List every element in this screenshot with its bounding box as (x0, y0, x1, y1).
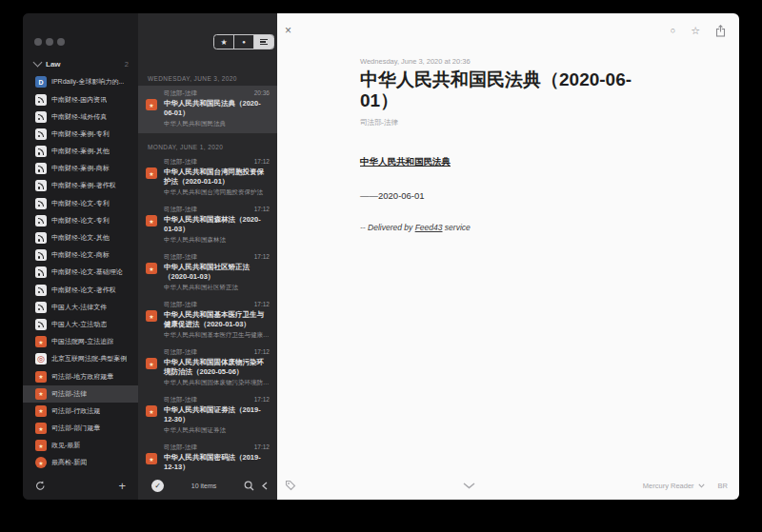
sidebar-feed-item[interactable]: 中南财经-论文-基础理论 (23, 264, 138, 281)
minimize-window-button[interactable] (46, 38, 53, 46)
feed-label: 北京互联网法院-典型案例 (51, 354, 127, 364)
feed-icon (146, 453, 157, 464)
sidebar-feed-item[interactable]: IPRdaily-全球影响力的... (23, 73, 138, 90)
feed-label: 中南财经-案例-商标 (51, 164, 110, 173)
scroll-down-button[interactable] (296, 483, 643, 489)
filter-unread-button[interactable]: ● (234, 35, 254, 49)
mark-unread-button[interactable]: ○ (671, 26, 675, 35)
article-list-item[interactable]: 司法部-法律 17:12 中华人民共和国台湾同胞投资保护法（2020-01-01… (138, 154, 277, 202)
article-feed-name: 司法部-法律 (164, 253, 197, 262)
filter-starred-button[interactable]: ★ (214, 35, 234, 49)
star-article-button[interactable]: ☆ (691, 25, 700, 37)
zoom-window-button[interactable] (57, 38, 65, 46)
sidebar-group-law[interactable]: Law 2 (23, 56, 138, 71)
feed-icon (35, 163, 47, 174)
article-time: 17:12 (254, 443, 270, 452)
feed-label: 中南财经-国内资讯 (51, 95, 107, 105)
feed-label: 中南财经-论文-专利 (51, 216, 110, 226)
sidebar-feed-item[interactable]: 中国人大-法律文件 (23, 299, 138, 316)
reader-toolbar: × ○ ☆ (277, 13, 739, 48)
article-title: 中华人民共和国台湾同胞投资保护法（2020-01-01） (164, 167, 270, 187)
sidebar-feed-item[interactable]: 中南财经-域外传真 (23, 108, 138, 126)
refresh-button[interactable] (35, 481, 46, 491)
article-feed-name: 司法部-法律 (360, 118, 701, 128)
filter-all-button[interactable] (254, 35, 273, 49)
sidebar-feed-item[interactable]: 中南财经-论文-著作权 (23, 282, 138, 299)
article-list-item[interactable]: 司法部-法律 17:12 中华人民共和国固体废物污染环境防治法（2020-05-… (138, 345, 277, 392)
article-list-item[interactable]: 司法部-法律 17:12 中华人民共和国基本医疗卫生与健康促进法（2020-01… (138, 297, 277, 345)
sidebar-feed-item[interactable]: 中南财经-论文-专利 (23, 195, 138, 212)
sidebar-feed-item[interactable]: 司法部-行政法规 (23, 403, 138, 420)
close-article-button[interactable]: × (285, 24, 291, 37)
body-line: ——2020-06-01 (360, 190, 642, 201)
feed-icon (35, 353, 47, 365)
feed-icon (35, 388, 47, 400)
article-list-item[interactable]: 司法部-法律 17:12 中华人民共和国密码法（2019-12-13） 中华人民… (138, 440, 277, 471)
feed-label: 中南财经-域外传真 (51, 112, 107, 122)
sidebar-feed-item[interactable]: 中南财经-案例-专利 (23, 126, 138, 143)
article-list-item[interactable]: 司法部-法律 17:12 中华人民共和国证券法（2019-12-30） 中华人民… (138, 392, 277, 440)
article-subtitle: 中华人民共和国固体废物污染环境防治法 (164, 379, 270, 387)
sidebar-feed-item[interactable]: 中南财经-案例-著作权 (23, 177, 138, 194)
feed-icon (35, 266, 47, 278)
sidebar-feed-item[interactable]: 北京互联网法院-典型案例 (23, 350, 138, 367)
sidebar-feed-item[interactable]: 中南财经-论文-商标 (23, 246, 138, 264)
reader-footer: Mercury Reader BR (277, 471, 739, 500)
sidebar-feed-item[interactable]: 最高检-新闻 (23, 454, 138, 471)
article-subtitle: 中华人民共和国台湾同胞投资保护法 (164, 188, 270, 197)
article-subtitle: 中华人民共和国基本医疗卫生与健康促进法 (164, 331, 270, 340)
list-icon (260, 39, 268, 46)
feed-icon (146, 405, 157, 417)
feed-icon (35, 94, 47, 106)
feed-label: 政见-最新 (51, 441, 80, 450)
group-label: Law (46, 60, 61, 69)
chevron-down-icon (698, 483, 705, 488)
sidebar-feed-item[interactable]: 中南财经-案例-其他 (23, 143, 138, 160)
tag-button[interactable] (285, 480, 296, 491)
sidebar: Law 2 IPRdaily-全球影响力的... 中南财经-国内资讯 中南财经-… (23, 13, 138, 500)
add-subscription-button[interactable]: + (118, 480, 126, 492)
sidebar-feed-item[interactable]: 中南财经-论文-专利 (23, 212, 138, 229)
sidebar-feed-item[interactable]: 司法部-部门规章 (23, 420, 138, 437)
article-time: 20:36 (254, 89, 270, 98)
feed-label: 中南财经-案例-其他 (51, 147, 110, 156)
sidebar-feed-item[interactable]: 中南财经-国内资讯 (23, 90, 138, 108)
collapse-pane-button[interactable] (262, 482, 268, 490)
list-header: ★ ● (138, 13, 277, 72)
sidebar-feed-item[interactable]: 中国人大-立法动态 (23, 316, 138, 333)
feed43-link[interactable]: Feed43 (415, 223, 443, 232)
mark-all-read-button[interactable]: ✓ (151, 480, 164, 492)
feed-icon (35, 336, 47, 347)
article-title: 中华人民共和国基本医疗卫生与健康促进法（2020-01-03） (164, 310, 270, 329)
items-count-label: 10 items (171, 483, 236, 489)
sidebar-feed-item[interactable]: 中南财经-案例-商标 (23, 160, 138, 177)
article-feed-name: 司法部-法律 (164, 158, 197, 167)
article-time: 17:12 (254, 301, 270, 309)
article-list-item[interactable]: 司法部-法律 17:12 中华人民共和国森林法（2020-01-03） 中华人民… (138, 202, 277, 249)
sidebar-feed-item[interactable]: 司法部-地方政府规章 (23, 367, 138, 384)
feed-icon (35, 285, 47, 296)
sidebar-feed-item[interactable]: 中南财经-论文-其他 (23, 229, 138, 246)
search-button[interactable] (244, 481, 254, 491)
feed-label: 中南财经-论文-其他 (51, 233, 110, 243)
sidebar-feed-item[interactable]: 政见-最新 (23, 437, 138, 454)
sidebar-feed-item[interactable]: 司法部-法律 (23, 385, 138, 403)
bionic-reading-toggle[interactable]: BR (718, 482, 728, 490)
share-button[interactable] (715, 25, 726, 37)
article-subtitle: 中华人民共和国证券法 (164, 426, 270, 435)
feed-icon (35, 198, 47, 209)
feed-icon (146, 358, 157, 369)
article-list-item[interactable]: 司法部-法律 17:12 中华人民共和国社区矫正法（2020-01-03） 中华… (138, 249, 277, 297)
feed-label: 司法部-部门规章 (51, 424, 100, 433)
feed-label: 中南财经-论文-专利 (51, 199, 110, 208)
feed-icon (35, 302, 47, 313)
sidebar-feed-item[interactable]: 中国法院网-立法追踪 (23, 333, 138, 350)
feed-label: 中南财经-案例-专利 (51, 129, 110, 139)
reader-mode-selector[interactable]: Mercury Reader (643, 482, 694, 490)
feed-icon (35, 128, 47, 140)
feed-icon (146, 99, 157, 110)
close-window-button[interactable] (34, 38, 42, 46)
body-heading-link[interactable]: 中华人民共和国民法典 (360, 156, 642, 168)
article-list-item[interactable]: 司法部-法律 20:36 中华人民共和国民法典（2020-06-01） 中华人民… (138, 86, 277, 133)
article-time: 17:12 (254, 396, 270, 404)
